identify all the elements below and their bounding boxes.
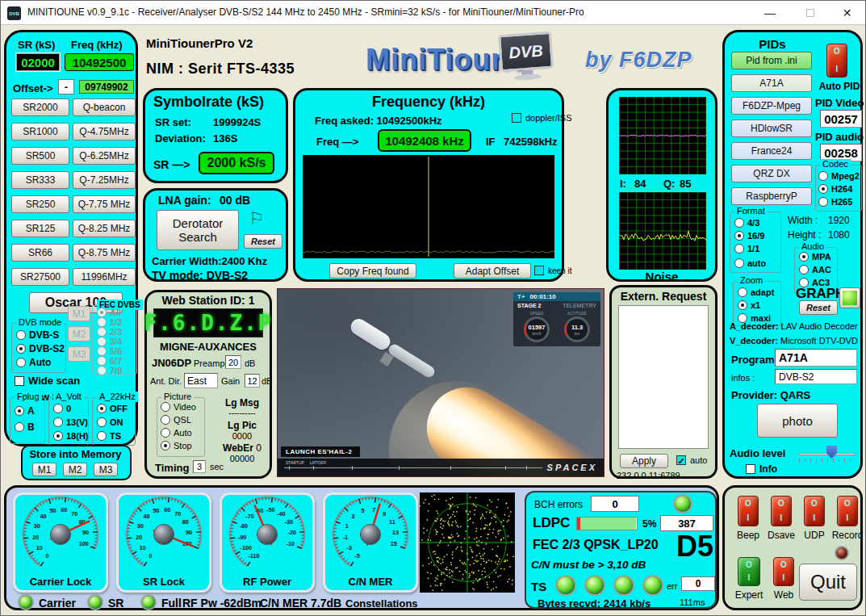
store-m1-button[interactable]: M1 xyxy=(32,463,56,476)
radio-16-9[interactable]: 16/9 xyxy=(734,231,764,241)
preamp-field[interactable] xyxy=(225,355,241,369)
infos-field[interactable] xyxy=(775,369,857,384)
wide-scan-checkbox[interactable]: Wide scan xyxy=(15,375,80,387)
graph-reset-button[interactable]: Reset xyxy=(799,300,838,315)
radio-22k-off[interactable]: OFF xyxy=(97,404,128,413)
web-switch[interactable]: OI xyxy=(773,557,794,586)
record-switch[interactable]: OI xyxy=(837,496,858,526)
radio-h264[interactable]: H264 xyxy=(818,184,852,194)
radio-zoom-x1[interactable]: x1 xyxy=(738,300,760,310)
apply-button[interactable]: Apply xyxy=(620,454,668,468)
a71a-button[interactable]: A71A xyxy=(731,74,812,92)
hdlowsr-button[interactable]: HDlowSR xyxy=(731,119,812,137)
radio-aac[interactable]: AAC xyxy=(799,265,831,274)
radio-picture-video[interactable]: Video xyxy=(161,402,196,412)
radio-volt-13[interactable]: 13(V) xyxy=(53,417,88,427)
radio-picture-auto[interactable]: Auto xyxy=(161,428,192,438)
sr250-button[interactable]: SR250 xyxy=(11,195,69,213)
quit-button[interactable]: Quit xyxy=(799,564,857,601)
radio-fec-all[interactable]: All xyxy=(97,308,121,317)
m3-side-button[interactable]: M3 xyxy=(68,346,90,362)
q-825-button[interactable]: Q-8.25 MHz xyxy=(73,220,136,237)
radio-4-3[interactable]: 4/3 xyxy=(734,218,759,228)
auto-checkbox[interactable]: ✓auto xyxy=(676,455,707,465)
m1-side-button[interactable]: M1 xyxy=(68,306,90,321)
radio-fec-12[interactable]: 1/2 xyxy=(97,317,122,327)
radio-mpeg2[interactable]: Mpeg2 xyxy=(818,171,860,181)
f6dzp-mpeg-button[interactable]: F6DZP-Mpeg xyxy=(731,97,812,115)
ant-dir-field[interactable] xyxy=(184,373,218,388)
extern-request-list[interactable] xyxy=(618,305,709,449)
q-725-button[interactable]: Q-7.25MHz xyxy=(73,171,136,189)
radio-fplug-b[interactable]: B xyxy=(15,421,35,433)
gain-field[interactable] xyxy=(245,374,260,388)
france24-button[interactable]: France24 xyxy=(731,142,812,160)
q-475-button[interactable]: Q-4.75MHz xyxy=(73,123,136,140)
auto-pid-switch[interactable]: OI xyxy=(826,44,847,78)
derotator-reset-button[interactable]: Reset xyxy=(244,234,282,249)
sr66-button[interactable]: SR66 xyxy=(11,244,69,262)
audio-level-thumb[interactable] xyxy=(826,446,837,459)
doppler-checkbox[interactable]: doppler/ISS xyxy=(512,113,571,123)
radio-picture-qsl[interactable]: QSL xyxy=(161,415,191,425)
timing-field[interactable] xyxy=(193,460,206,473)
offset-value-field[interactable]: 09749902 xyxy=(79,80,134,94)
radio-fplug-a[interactable]: A xyxy=(15,405,35,417)
m2-side-button[interactable]: M2 xyxy=(68,326,90,342)
store-m2-button[interactable]: M2 xyxy=(63,463,87,476)
offset-sign-field[interactable]: - xyxy=(58,79,74,94)
photo-button[interactable]: photo xyxy=(757,404,838,438)
close-button[interactable]: ✕ xyxy=(829,1,865,25)
sr500-button[interactable]: SR500 xyxy=(11,147,69,165)
radio-dvb-s2[interactable]: DVB-S2 xyxy=(16,343,65,354)
radio-22k-ts[interactable]: TS xyxy=(97,431,121,441)
radio-22k-on[interactable]: ON xyxy=(97,417,123,427)
radio-fec-56[interactable]: 5/6 xyxy=(97,346,122,356)
beep-switch[interactable]: OI xyxy=(738,496,759,526)
pid-from-ini-button[interactable]: Pid from .ini xyxy=(731,52,812,69)
q-beacon-button[interactable]: Q-beacon xyxy=(73,98,136,116)
store-m3-button[interactable]: M3 xyxy=(94,463,118,476)
sr125-button[interactable]: SR125 xyxy=(11,220,69,237)
q-775-button[interactable]: Q-7.75 MHz xyxy=(73,195,136,213)
info-checkbox[interactable]: Info xyxy=(746,463,777,475)
radio-1-1[interactable]: 1/1 xyxy=(734,244,759,254)
program-field[interactable] xyxy=(775,349,857,367)
adapt-offset-button[interactable]: Adapt Offset xyxy=(454,263,531,279)
radio-picture-stop[interactable]: Stop xyxy=(161,441,192,450)
radio-mpa[interactable]: MPA xyxy=(799,252,831,262)
sr333-button[interactable]: SR333 xyxy=(11,171,69,189)
derotator-search-button[interactable]: Derotator Search xyxy=(157,210,239,250)
sr27500-button[interactable]: SR27500 xyxy=(11,268,69,286)
minimize-button[interactable]: — xyxy=(751,1,789,25)
radio-auto[interactable]: Auto xyxy=(16,357,51,368)
graph-indicator-button[interactable] xyxy=(839,287,860,308)
udp-switch[interactable]: OI xyxy=(804,496,825,526)
dsave-switch[interactable]: OI xyxy=(771,496,792,526)
freq-display[interactable]: 10492500 xyxy=(65,53,134,71)
maximize-button[interactable] xyxy=(792,1,829,25)
radio-fec-78[interactable]: 7/8 xyxy=(97,366,122,375)
ant-dir-label: Ant. Dir. xyxy=(150,376,182,386)
pid-video-field[interactable] xyxy=(820,110,862,128)
radio-h265[interactable]: H265 xyxy=(818,197,852,207)
radio-format-auto[interactable]: auto xyxy=(734,258,766,268)
expert-switch[interactable]: OI xyxy=(738,557,760,586)
copy-freq-button[interactable]: Copy Freq found xyxy=(329,263,416,279)
sr-display[interactable]: 02000 xyxy=(16,53,60,71)
radio-fec-34[interactable]: 3/4 xyxy=(97,337,122,346)
radio-volt-0[interactable]: 0 xyxy=(53,404,71,413)
keep-it-checkbox[interactable]: keep it xyxy=(534,266,571,275)
radio-fec-67[interactable]: 6/7 xyxy=(97,356,122,366)
f11996-button[interactable]: 11996MHz xyxy=(73,268,136,286)
sr2000-button[interactable]: SR2000 xyxy=(11,98,69,116)
sr1000-button[interactable]: SR1000 xyxy=(11,123,69,140)
radio-fec-23[interactable]: 2/3 xyxy=(97,327,122,337)
raspberryp-button[interactable]: RaspberryP xyxy=(731,187,812,205)
qrz-dx-button[interactable]: QRZ DX xyxy=(731,165,812,182)
q-625-button[interactable]: Q-6.25MHz xyxy=(73,147,136,165)
radio-dvb-s[interactable]: DVB-S xyxy=(16,329,59,341)
radio-volt-18[interactable]: 18(H) xyxy=(53,431,89,441)
radio-zoom-adapt[interactable]: adapt xyxy=(738,287,774,297)
q-875-button[interactable]: Q-8.75 MHz xyxy=(73,244,136,262)
